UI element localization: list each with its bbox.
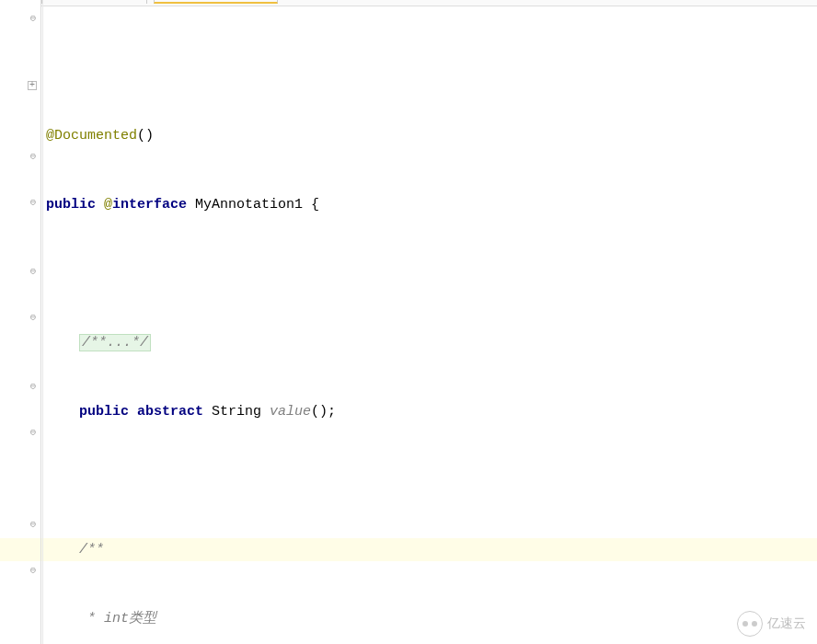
fold-collapse-icon[interactable]: ⊖ (28, 196, 39, 207)
code-line (46, 262, 817, 285)
code-line: /**...*/ (46, 331, 817, 354)
code-editor: ⊖ + ⊖ ⊖ ⊖ ⊖ ⊖ ⊖ ⊖ ⊖ @Documented() public… (0, 0, 817, 644)
indent-guide (42, 0, 43, 644)
code-line: * int类型 (46, 607, 817, 630)
fold-collapse-icon[interactable]: ⊖ (28, 518, 39, 529)
fold-collapse-icon[interactable]: ⊖ (28, 564, 39, 575)
code-line: public abstract String value(); (46, 400, 817, 423)
fold-collapse-icon[interactable]: ⊖ (28, 380, 39, 391)
watermark-text: 亿速云 (767, 615, 806, 632)
watermark-logo-icon (737, 611, 763, 637)
fold-collapse-icon[interactable]: ⊖ (28, 265, 39, 276)
fold-collapse-icon[interactable]: ⊖ (28, 311, 39, 322)
watermark: 亿速云 (737, 611, 806, 637)
fold-expand-icon[interactable]: + (28, 81, 37, 90)
editor-gutter[interactable]: ⊖ + ⊖ ⊖ ⊖ ⊖ ⊖ ⊖ ⊖ ⊖ (0, 0, 41, 644)
annotation: @Documented (46, 128, 137, 144)
code-line (46, 469, 817, 492)
fold-collapse-icon[interactable]: ⊖ (28, 12, 39, 23)
folded-doc-comment[interactable]: /**...*/ (79, 334, 151, 351)
fold-collapse-icon[interactable]: ⊖ (28, 426, 39, 437)
current-line-gutter-highlight (0, 538, 40, 561)
code-line: public @interface MyAnnotation1 { (46, 193, 817, 216)
fold-collapse-icon[interactable]: ⊖ (28, 150, 39, 161)
code-line: /** (46, 538, 817, 561)
code-area[interactable]: @Documented() public @interface MyAnnota… (41, 0, 817, 644)
code-line: @Documented() (46, 124, 817, 147)
